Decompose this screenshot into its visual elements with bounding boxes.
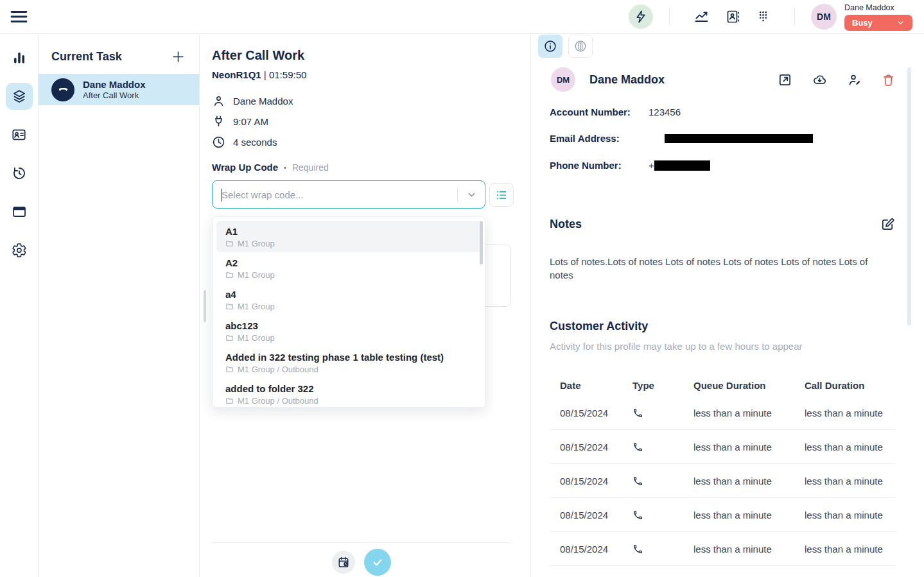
wrap-code-option-group: M1 Group / Outbound bbox=[238, 365, 318, 374]
hamburger-menu-button[interactable] bbox=[10, 10, 28, 24]
profile-tabs bbox=[538, 35, 593, 58]
schedule-callback-button[interactable] bbox=[332, 551, 355, 574]
current-task-title: Current Task bbox=[51, 50, 122, 64]
phone-icon bbox=[632, 408, 643, 418]
task-detail-title: After Call Work bbox=[212, 48, 304, 63]
open-profile-button[interactable] bbox=[778, 73, 792, 87]
complete-task-button[interactable] bbox=[364, 549, 391, 576]
activity-queue-duration: less than a minute bbox=[693, 442, 805, 452]
rail-item-settings[interactable] bbox=[6, 237, 33, 264]
topbar-actions: DM Dane Maddox Busy bbox=[629, 3, 912, 31]
rail-item-browser[interactable] bbox=[6, 198, 33, 225]
calendar-clock-icon bbox=[337, 556, 350, 569]
customer-activity-title: Customer Activity bbox=[550, 320, 648, 333]
tab-ai-insights[interactable] bbox=[568, 35, 593, 58]
profile-scrollbar-thumb[interactable] bbox=[907, 67, 911, 325]
cloud-download-icon bbox=[812, 73, 828, 87]
wrap-code-option-title: Added in 322 testing phase 1 table testi… bbox=[225, 351, 472, 363]
user-status-block: Dane Maddox Busy bbox=[844, 3, 912, 31]
customer-activity-header: Customer Activity bbox=[550, 320, 895, 333]
activity-call-duration: less than a minute bbox=[805, 476, 896, 487]
activity-table-row: 08/15/2024 less than a minute less than … bbox=[550, 498, 896, 532]
left-rail bbox=[0, 35, 39, 577]
col-call-duration: Call Duration bbox=[805, 380, 896, 391]
tab-profile-info[interactable] bbox=[538, 35, 562, 58]
rail-item-contacts[interactable] bbox=[6, 121, 33, 148]
activity-type-cell bbox=[632, 408, 693, 418]
layers-icon bbox=[12, 89, 27, 104]
activity-call-duration: less than a minute bbox=[805, 408, 896, 418]
activity-type-cell bbox=[632, 442, 693, 452]
download-profile-button[interactable] bbox=[812, 73, 828, 87]
phone-number-label: Phone Number: bbox=[550, 160, 649, 171]
browse-wrap-codes-button[interactable] bbox=[489, 183, 514, 207]
folder-icon bbox=[225, 302, 234, 311]
wrap-up-code-label-row: Wrap Up Code • Required bbox=[212, 162, 329, 173]
activity-date: 08/15/2024 bbox=[560, 408, 632, 418]
activity-date: 08/15/2024 bbox=[560, 510, 632, 521]
activity-type-cell bbox=[632, 544, 693, 555]
topbar-divider bbox=[669, 8, 670, 25]
contacts-button[interactable] bbox=[725, 9, 740, 24]
wrap-code-select[interactable] bbox=[212, 180, 485, 209]
queue-name: NeonR1Q1 bbox=[212, 69, 261, 80]
activity-table-row: 08/15/2024 less than a minute less than … bbox=[550, 464, 896, 498]
wrap-code-option-title: a4 bbox=[225, 288, 472, 300]
email-redaction-bar bbox=[665, 134, 813, 143]
power-dialer-button[interactable] bbox=[629, 4, 653, 29]
account-number-value: 123456 bbox=[649, 107, 681, 117]
wrap-code-option-title: added to folder 322 bbox=[225, 383, 472, 395]
rail-item-tasks[interactable] bbox=[6, 83, 33, 110]
delete-contact-button[interactable] bbox=[882, 73, 895, 87]
wrap-code-option[interactable]: added to folder 322 M1 Group / Outbound bbox=[216, 378, 481, 409]
info-icon bbox=[543, 39, 557, 53]
status-label: Busy bbox=[852, 18, 873, 28]
rail-item-history[interactable] bbox=[6, 160, 33, 187]
col-type: Type bbox=[632, 380, 693, 391]
wrap-code-option[interactable]: a4 M1 Group bbox=[216, 284, 481, 315]
wrap-code-option-group: M1 Group bbox=[238, 333, 275, 343]
select-chevron-button[interactable] bbox=[458, 189, 485, 200]
line-chart-icon bbox=[693, 9, 710, 24]
queue-and-timer: NeonR1Q1 | 01:59:50 bbox=[212, 69, 306, 80]
wrap-code-option-group: M1 Group / Outbound bbox=[238, 396, 318, 406]
bar-chart-icon bbox=[12, 50, 27, 65]
rail-item-analytics[interactable] bbox=[6, 44, 33, 71]
check-icon bbox=[370, 555, 385, 569]
add-task-button[interactable] bbox=[171, 50, 185, 64]
center-scrollbar-thumb[interactable] bbox=[204, 290, 206, 322]
wrap-code-option[interactable]: abc123 M1 Group bbox=[216, 315, 481, 347]
activity-call-duration: less than a minute bbox=[805, 442, 896, 452]
status-dropdown-button[interactable]: Busy bbox=[844, 15, 912, 31]
wrap-code-option[interactable]: A2 M1 Group bbox=[216, 252, 481, 284]
phone-number-prefix: + bbox=[649, 160, 654, 171]
task-type-label: After Call Work bbox=[83, 90, 146, 100]
wrap-code-option-group: M1 Group bbox=[238, 239, 275, 248]
profile-name: Dane Maddox bbox=[589, 73, 665, 87]
edit-contact-button[interactable] bbox=[847, 73, 862, 87]
wrap-up-code-label: Wrap Up Code bbox=[212, 162, 278, 173]
wrap-code-option-title: A1 bbox=[225, 225, 472, 237]
phone-icon bbox=[632, 442, 643, 452]
activity-table-row: 08/15/2024 less than a minute less than … bbox=[550, 532, 896, 566]
wrap-code-option[interactable]: Added in 322 testing phase 1 table testi… bbox=[216, 347, 481, 378]
activity-call-duration: less than a minute bbox=[805, 510, 896, 521]
task-start-time-value: 9:07 AM bbox=[233, 116, 268, 127]
dropdown-scrollbar-thumb[interactable] bbox=[480, 221, 483, 264]
wrap-code-option-title: abc123 bbox=[225, 320, 472, 332]
task-timer: 01:59:50 bbox=[269, 69, 306, 80]
task-list-item[interactable]: Dane Maddox After Call Work bbox=[39, 74, 199, 105]
edit-notes-button[interactable] bbox=[880, 217, 895, 232]
activity-call-duration: less than a minute bbox=[805, 544, 896, 555]
notes-content: Lots of notes.Lots of notes Lots of note… bbox=[550, 255, 887, 282]
activity-date: 08/15/2024 bbox=[560, 442, 632, 452]
list-icon bbox=[495, 189, 508, 202]
clock-icon bbox=[212, 135, 225, 149]
reporting-button[interactable] bbox=[693, 9, 710, 24]
wrap-code-option-group: M1 Group bbox=[238, 302, 275, 311]
user-avatar[interactable]: DM bbox=[811, 4, 837, 30]
dialpad-button[interactable] bbox=[756, 9, 771, 24]
phone-number-row: Phone Number: + bbox=[550, 160, 710, 171]
wrap-code-input[interactable] bbox=[213, 189, 457, 200]
wrap-code-option[interactable]: A1 M1 Group bbox=[216, 221, 481, 252]
